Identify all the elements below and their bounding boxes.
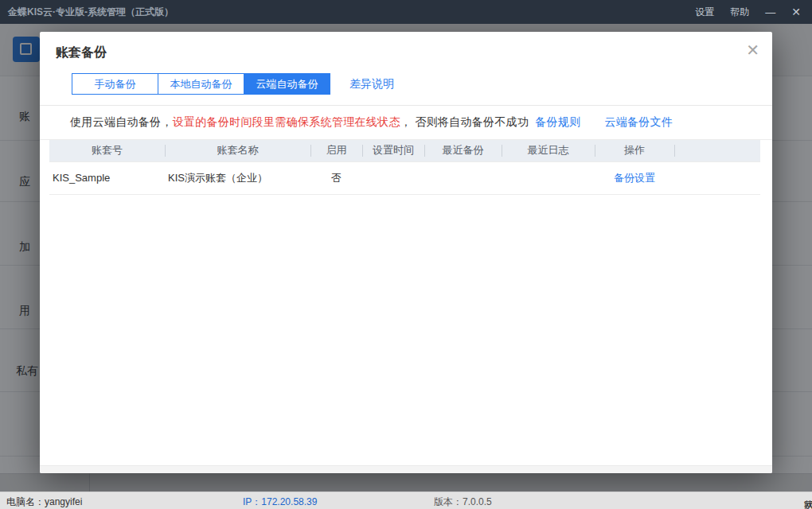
tab-cloud-auto-backup[interactable]: 云端自动备份 xyxy=(244,73,330,95)
tab-manual-backup[interactable]: 手动备份 xyxy=(72,73,158,95)
col-action: 操作 xyxy=(595,140,674,161)
col-recent-backup: 最近备份 xyxy=(424,140,502,161)
help-menu-button[interactable]: 帮助 xyxy=(730,6,749,19)
dialog-close-icon[interactable]: ✕ xyxy=(746,42,759,58)
col-set-time: 设置时间 xyxy=(362,140,424,161)
cell-enabled: 否 xyxy=(310,161,362,194)
tab-difference-note[interactable]: 差异说明 xyxy=(349,77,394,91)
tab-local-auto-backup[interactable]: 本地自动备份 xyxy=(158,73,244,95)
computer-name: 电脑名：yangyifei xyxy=(6,495,82,509)
backup-table: 账套号 账套名称 启用 设置时间 最近备份 最近日志 操作 KIS_Sample… xyxy=(49,140,760,195)
version-info: 版本：7.0.0.5 xyxy=(434,495,492,509)
window-close-icon[interactable]: ✕ xyxy=(791,6,801,18)
cell-recent-log xyxy=(502,161,595,194)
notice-text: 否则将自动备份不成功 xyxy=(415,115,529,128)
backup-tabs: 手动备份 本地自动备份 云端自动备份 差异说明 xyxy=(72,73,772,95)
cloud-backup-notice: 使用云端自动备份，设置的备份时间段里需确保系统管理在线状态， 否则将自动备份不成… xyxy=(40,106,772,139)
titlebar: 金蝶KIS云·专业版-系统管理（正式版） 设置 帮助 — ✕ xyxy=(0,0,812,24)
statusbar: 电脑名：yangyifei IP：172.20.58.39 版本：7.0.0.5… xyxy=(0,492,812,509)
ip-address: IP：172.20.58.39 xyxy=(243,495,317,509)
backup-rules-link[interactable]: 备份规则 xyxy=(535,115,580,128)
cloud-backup-files-link[interactable]: 云端备份文件 xyxy=(604,115,673,128)
cell-recent-backup xyxy=(424,161,502,194)
col-recent-log: 最近日志 xyxy=(502,140,595,161)
cell-account-name: KIS演示账套（企业） xyxy=(165,161,310,194)
table-row: KIS_Sample KIS演示账套（企业） 否 备份设置 xyxy=(49,161,760,194)
backup-dialog: ✕ 账套备份 手动备份 本地自动备份 云端自动备份 差异说明 使用云端自动备份，… xyxy=(40,32,772,473)
col-enabled: 启用 xyxy=(310,140,362,161)
window-title: 金蝶KIS云·专业版-系统管理（正式版） xyxy=(8,6,695,19)
cell-account-no: KIS_Sample xyxy=(49,161,165,194)
col-account-no: 账套号 xyxy=(49,140,165,161)
table-header-row: 账套号 账套名称 启用 设置时间 最近备份 最近日志 操作 xyxy=(49,140,760,161)
col-account-name: 账套名称 xyxy=(165,140,310,161)
dialog-title: 账套备份 xyxy=(40,32,772,61)
notice-text: 使用云端自动备份， xyxy=(70,115,173,128)
notice-comma: ， xyxy=(400,115,412,128)
minimize-icon[interactable]: — xyxy=(765,6,775,18)
backup-settings-link[interactable]: 备份设置 xyxy=(614,172,655,184)
cell-set-time xyxy=(362,161,424,194)
settings-menu-button[interactable]: 设置 xyxy=(695,6,714,19)
notice-warning-text: 设置的备份时间段里需确保系统管理在线状态 xyxy=(173,115,400,128)
dialog-footer-strip xyxy=(40,465,772,473)
